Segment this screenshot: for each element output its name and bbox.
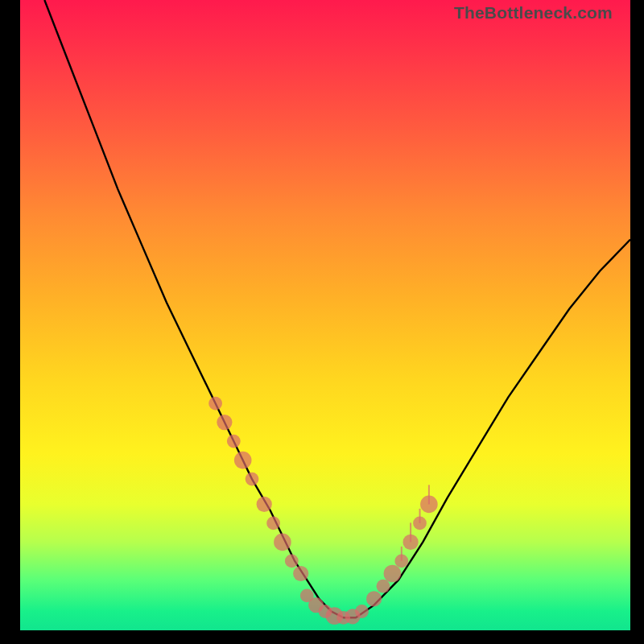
marker-dot — [234, 452, 252, 469]
marker-dot — [366, 591, 382, 606]
curve-overlay — [20, 0, 630, 630]
marker-dot — [384, 565, 402, 583]
chart-frame: TheBottleneck.com — [20, 0, 630, 630]
marker-dot — [293, 566, 308, 581]
watermark-text: TheBottleneck.com — [454, 3, 613, 23]
marker-dot — [227, 435, 241, 448]
marker-dot — [377, 580, 390, 593]
marker-dot — [217, 415, 232, 430]
marker-dot — [208, 397, 222, 411]
data-markers — [208, 397, 438, 625]
bottleneck-curve — [44, 0, 630, 617]
marker-dot — [285, 555, 299, 568]
marker-dot — [355, 605, 369, 618]
marker-dot — [257, 497, 272, 512]
marker-dot — [274, 534, 291, 551]
marker-dot — [266, 517, 280, 530]
marker-dot — [246, 473, 259, 486]
